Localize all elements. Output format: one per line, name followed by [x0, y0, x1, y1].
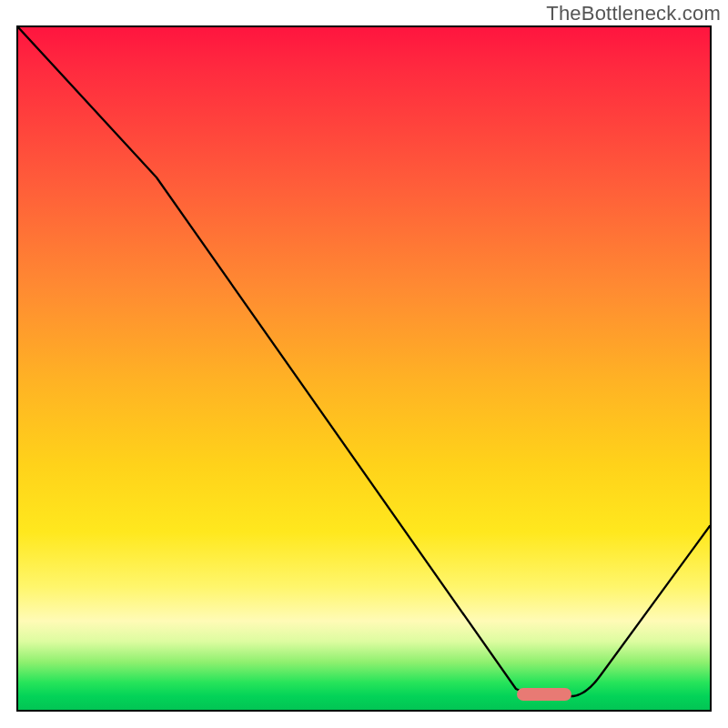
plot-area [16, 25, 712, 712]
chart-frame: TheBottleneck.com [0, 0, 728, 728]
bottleneck-curve [18, 27, 710, 696]
optimal-range-marker [517, 688, 571, 701]
watermark-text: TheBottleneck.com [546, 2, 721, 25]
chart-overlay [18, 27, 710, 710]
